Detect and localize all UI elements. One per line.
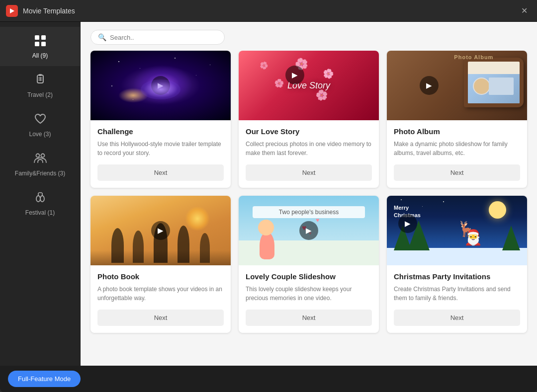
play-button-coupleshow[interactable]: ▶: [299, 221, 318, 240]
next-button-photoalbum[interactable]: Next: [394, 164, 520, 181]
templates-grid: ▶ Challenge Use this Hollywood-style mov…: [81, 51, 537, 366]
svg-rect-1: [35, 35, 39, 40]
template-info-photobook: Photo Book A photo book template shows y…: [90, 265, 231, 304]
template-card-christmas: 🦌 🎅 MerryChristmas ▶ Christmas Party Inv…: [387, 196, 527, 333]
svg-point-13: [40, 196, 44, 202]
play-button-challenge[interactable]: ▶: [151, 76, 170, 95]
all-icon: [33, 34, 47, 50]
full-feature-button[interactable]: Full-Feature Mode: [8, 371, 81, 387]
template-desc-challenge: Use this Hollywood-style movie trailer t…: [97, 140, 224, 158]
template-name-photoalbum: Photo Album: [394, 127, 520, 136]
sidebar-item-love[interactable]: Love (3): [0, 105, 80, 145]
template-desc-christmas: Create Christmas Party Invitations and s…: [394, 285, 520, 304]
main-window: Movie Templates ✕ All (9): [0, 0, 537, 392]
svg-rect-3: [35, 42, 39, 46]
search-input[interactable]: [110, 34, 209, 41]
search-bar: 🔍: [81, 22, 537, 51]
play-button-christmas[interactable]: ▶: [398, 214, 417, 233]
svg-marker-0: [10, 8, 14, 13]
svg-rect-6: [39, 74, 42, 76]
svg-point-12: [36, 196, 40, 202]
sidebar-label-travel: Travel (2): [27, 91, 53, 98]
titlebar: Movie Templates ✕: [0, 0, 537, 22]
template-info-christmas: Christmas Party Invitations Create Chris…: [387, 265, 527, 304]
next-button-christmas[interactable]: Next: [394, 310, 520, 326]
play-button-photobook[interactable]: ▶: [151, 221, 170, 240]
sidebar-label-love: Love (3): [29, 131, 51, 138]
bottom-bar: Full-Feature Mode: [0, 366, 537, 392]
sidebar-item-travel[interactable]: Travel (2): [0, 66, 80, 105]
template-thumb-challenge: ▶: [90, 51, 231, 120]
template-thumb-photobook: ▶: [90, 196, 231, 265]
family-icon: [33, 152, 47, 167]
search-input-wrap: 🔍: [90, 30, 225, 45]
festival-icon: [33, 191, 47, 207]
play-button-photoalbum[interactable]: ▶: [420, 76, 439, 95]
template-card-lovestory: 🌸 🌸 🌸 🌸 🌸 Love Story ▶ Our Love Story Co…: [239, 51, 379, 188]
close-button[interactable]: ✕: [517, 4, 531, 18]
template-info-challenge: Challenge Use this Hollywood-style movie…: [90, 120, 231, 158]
template-thumb-lovestory: 🌸 🌸 🌸 🌸 🌸 Love Story ▶: [239, 51, 379, 120]
template-desc-coupleshow: This lovely couple slideshow keeps your …: [246, 285, 372, 304]
sidebar-item-festival[interactable]: Festival (1): [0, 184, 80, 223]
sidebar-label-all: All (9): [32, 52, 48, 59]
template-desc-photobook: A photo book template shows your videos …: [97, 285, 224, 304]
next-button-lovestory[interactable]: Next: [246, 164, 372, 181]
template-thumb-christmas: 🦌 🎅 MerryChristmas ▶: [387, 196, 527, 265]
svg-rect-4: [41, 42, 46, 46]
search-icon: 🔍: [98, 33, 106, 41]
svg-rect-2: [41, 35, 46, 40]
content-area: All (9) Travel (2): [0, 22, 537, 366]
template-name-coupleshow: Lovely Couple Slideshow: [246, 272, 372, 281]
template-card-photoalbum: Photo Album ▶ Photo Album Make a dynamic…: [387, 51, 527, 188]
play-button-lovestory[interactable]: ▶: [285, 66, 304, 84]
app-logo: [6, 5, 18, 17]
sidebar-item-family[interactable]: Family&Friends (3): [0, 145, 80, 184]
next-button-challenge[interactable]: Next: [97, 164, 224, 181]
svg-point-11: [41, 154, 44, 157]
next-button-coupleshow[interactable]: Next: [246, 310, 372, 326]
template-name-lovestory: Our Love Story: [246, 127, 372, 136]
template-card-photobook: ▶ Photo Book A photo book template shows…: [90, 196, 231, 333]
template-info-photoalbum: Photo Album Make a dynamic photo slidesh…: [387, 120, 527, 158]
sidebar-label-festival: Festival (1): [25, 209, 55, 216]
next-button-photobook[interactable]: Next: [97, 310, 224, 326]
travel-icon: [33, 73, 47, 89]
love-icon: [33, 112, 47, 128]
template-desc-lovestory: Collect precious photos in one video mem…: [246, 140, 372, 158]
sidebar: All (9) Travel (2): [0, 22, 81, 366]
template-desc-photoalbum: Make a dynamic photo slideshow for famil…: [394, 140, 520, 158]
template-card-challenge: ▶ Challenge Use this Hollywood-style mov…: [90, 51, 231, 188]
svg-point-10: [36, 154, 39, 157]
template-thumb-photoalbum: Photo Album ▶: [387, 51, 527, 120]
window-title: Movie Templates: [23, 7, 517, 15]
template-thumb-coupleshow: Two people's business ♥ ♥ ♥ ▶: [239, 196, 379, 265]
template-name-challenge: Challenge: [97, 127, 224, 136]
sidebar-label-family: Family&Friends (3): [15, 170, 65, 177]
template-info-lovestory: Our Love Story Collect precious photos i…: [239, 120, 379, 158]
sidebar-item-all[interactable]: All (9): [0, 27, 80, 66]
template-card-coupleshow: Two people's business ♥ ♥ ♥ ▶ Lovely Cou…: [239, 196, 379, 333]
template-info-coupleshow: Lovely Couple Slideshow This lovely coup…: [239, 265, 379, 304]
template-name-christmas: Christmas Party Invitations: [394, 272, 520, 281]
template-name-photobook: Photo Book: [97, 272, 224, 281]
main-panel: 🔍: [81, 22, 537, 366]
